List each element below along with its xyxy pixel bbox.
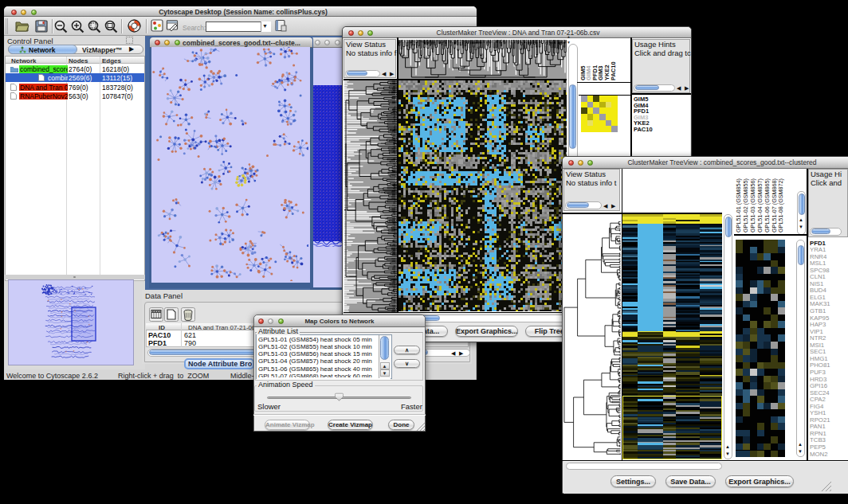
svg-text:GPL51-03 (GSM856): GPL51-03 (GSM856) xyxy=(749,178,756,232)
svg-text:GPL51-06 (GSM865): GPL51-06 (GSM865) xyxy=(764,178,771,232)
svg-text:GPL51-02 (GSM855): GPL51-02 (GSM855) xyxy=(742,178,749,232)
svg-text:GPL51-04 (GSM857): GPL51-04 (GSM857) xyxy=(756,178,764,232)
svg-text:GPL51-01 (GSM854): GPL51-01 (GSM854) xyxy=(735,178,742,232)
svg-text:PAC10: PAC10 xyxy=(610,61,617,80)
svg-text:GPL51-08 (GSM872): GPL51-08 (GSM872) xyxy=(777,178,784,232)
svg-text:GPL51-07 (GSM868): GPL51-07 (GSM868) xyxy=(771,178,778,232)
